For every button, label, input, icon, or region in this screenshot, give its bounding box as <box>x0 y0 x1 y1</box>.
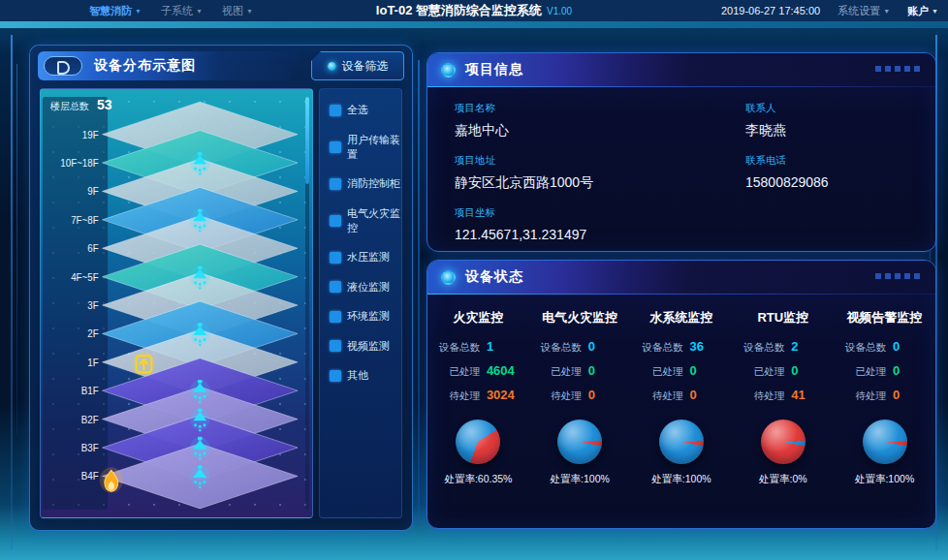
checkbox-icon[interactable] <box>330 370 341 382</box>
nav-item-0[interactable]: 智慧消防▼ <box>89 4 142 18</box>
checkbox-icon[interactable] <box>330 105 341 116</box>
floor-label: 4F~5F <box>71 271 99 282</box>
scrollbar-thumb[interactable] <box>305 97 309 184</box>
floor-label: 6F <box>87 243 98 254</box>
status-column-4: 视频告警监控设备总数0已处理0待处理0处置率:100% <box>834 301 935 486</box>
filter-item-0[interactable]: 全选 <box>330 103 401 117</box>
rate-pie-chart <box>557 420 602 464</box>
filter-item-7[interactable]: 视频监测 <box>330 339 401 354</box>
metric-label: 设备总数 <box>531 341 582 355</box>
diagram-scrollbar[interactable] <box>305 97 309 510</box>
status-system-name: 火灾监控 <box>453 309 503 327</box>
nav-item-1[interactable]: 子系统▼ <box>161 4 203 18</box>
checkbox-icon[interactable] <box>330 311 341 323</box>
project-field-2: 项目地址静安区北京西路1000号 <box>455 154 745 192</box>
frame-decoration-left <box>5 35 22 550</box>
panel-title: 设备分布示意图 <box>94 57 196 75</box>
metric-value: 0 <box>893 388 933 402</box>
rate-caption: 处置率:0% <box>759 473 807 486</box>
datetime: 2019-06-27 17:45:00 <box>721 5 820 16</box>
device-filter-title: 设备筛选 <box>342 58 389 75</box>
metric-pending: 待处理0 <box>531 388 629 403</box>
rate-caption: 处置率:60.35% <box>444 473 512 486</box>
floor-stack: 19F10F~18F9F7F~8F6F4F~5F3F2F1FB1FB2FB3FB… <box>41 89 312 517</box>
floor-label: 3F <box>87 300 98 311</box>
rate-caption: 处置率:100% <box>551 473 610 486</box>
device-status-panel: 设备状态 火灾监控设备总数1已处理4604待处理3024处置率:60.35%电气… <box>427 260 936 529</box>
device-distribution-body: 楼层总数 53 19F10F~18F9F7F~8F6F4F~5F3F2F1FB1… <box>40 88 402 518</box>
metric-done: 已处理0 <box>836 363 933 379</box>
metric-value: 0 <box>588 339 629 354</box>
device-status-title: 设备状态 <box>465 268 523 286</box>
metric-value: 36 <box>689 339 730 354</box>
metric-label: 待处理 <box>429 389 480 403</box>
metric-done: 已处理0 <box>632 363 730 379</box>
floor-label: B1F <box>81 386 99 396</box>
filter-item-label: 消防控制柜 <box>347 176 400 191</box>
metric-pending: 待处理0 <box>632 388 730 403</box>
metric-label: 已处理 <box>734 365 784 379</box>
filter-item-3[interactable]: 电气火灾监控 <box>330 206 401 235</box>
project-field-value: 15800829086 <box>745 174 935 190</box>
floor-label: 19F <box>82 129 99 140</box>
rate-pie-chart <box>863 420 907 464</box>
project-field-1: 联系人李晓燕 <box>745 102 935 140</box>
checkbox-icon[interactable] <box>330 281 341 293</box>
filter-item-4[interactable]: 水压监测 <box>330 250 401 264</box>
floor-label: 7F~8F <box>71 215 99 226</box>
device-filter-list: 全选用户传输装置消防控制柜电气火灾监控水压监测液位监测环境监测视频监测其他 <box>319 88 402 518</box>
checkbox-icon[interactable] <box>330 215 341 227</box>
checkbox-icon[interactable] <box>330 141 341 153</box>
metric-total: 设备总数2 <box>734 339 832 355</box>
account-menu[interactable]: 账户 ▼ <box>907 4 938 18</box>
device-status-body: 火灾监控设备总数1已处理4604待处理3024处置率:60.35%电气火灾监控设… <box>427 294 935 486</box>
nav-item-label: 智慧消防 <box>89 4 132 18</box>
status-column-0: 火灾监控设备总数1已处理4604待处理3024处置率:60.35% <box>427 301 529 486</box>
device-distribution-header: 设备分布示意图 设备筛选 <box>38 51 404 80</box>
rate-pie-chart <box>659 420 704 464</box>
metric-label: 已处理 <box>836 365 886 379</box>
metric-value: 1 <box>487 339 527 354</box>
floor-total-label: 楼层总数 <box>50 100 89 113</box>
metric-value: 2 <box>791 339 832 354</box>
checkbox-icon[interactable] <box>330 252 341 264</box>
filter-item-8[interactable]: 其他 <box>330 368 401 383</box>
rate-caption: 处置率:100% <box>651 473 711 486</box>
project-field-label: 联系人 <box>745 102 935 115</box>
topbar: 智慧消防▼子系统▼视图▼ IoT-02 智慧消防综合监控系统V1.00 2019… <box>0 0 948 21</box>
chevron-down-icon: ▼ <box>246 8 253 15</box>
project-field-value: 静安区北京西路1000号 <box>455 174 745 192</box>
metric-total: 设备总数1 <box>429 339 527 355</box>
chevron-down-icon: ▼ <box>883 8 890 15</box>
floor-label: 10F~18F <box>60 158 98 169</box>
metric-label: 设备总数 <box>429 341 480 355</box>
metric-value: 3024 <box>487 388 527 402</box>
rate-pie-chart <box>456 420 500 464</box>
metric-value: 0 <box>588 363 629 378</box>
filter-item-label: 视频监测 <box>347 339 390 354</box>
device-filter-header[interactable]: 设备筛选 <box>311 51 404 80</box>
exit-icon <box>132 352 155 377</box>
nav-item-2[interactable]: 视图▼ <box>222 4 253 18</box>
floor-label: B2F <box>81 414 99 424</box>
checkbox-icon[interactable] <box>330 340 341 352</box>
metric-value: 0 <box>588 388 629 402</box>
return-icon[interactable] <box>44 56 82 76</box>
metric-value: 0 <box>791 363 832 378</box>
project-info-panel: 项目信息 项目名称嘉地中心联系人李晓燕项目地址静安区北京西路1000号联系电话1… <box>427 52 936 252</box>
filter-item-1[interactable]: 用户传输装置 <box>330 133 401 162</box>
metric-pending: 待处理0 <box>836 388 933 403</box>
topbar-nav: 智慧消防▼子系统▼视图▼ <box>89 4 253 18</box>
metric-label: 待处理 <box>836 389 886 403</box>
metric-pending: 待处理41 <box>734 388 832 403</box>
settings-menu[interactable]: 系统设置 ▼ <box>837 4 890 18</box>
metric-label: 已处理 <box>429 365 480 379</box>
filter-item-5[interactable]: 液位监测 <box>330 280 401 295</box>
filter-item-label: 水压监测 <box>347 250 390 264</box>
floor-label: 1F <box>87 358 98 368</box>
project-field-value: 嘉地中心 <box>455 122 745 140</box>
filter-item-6[interactable]: 环境监测 <box>330 309 401 324</box>
filter-item-2[interactable]: 消防控制柜 <box>330 176 401 191</box>
checkbox-icon[interactable] <box>330 178 341 190</box>
bullet-icon <box>441 63 456 78</box>
